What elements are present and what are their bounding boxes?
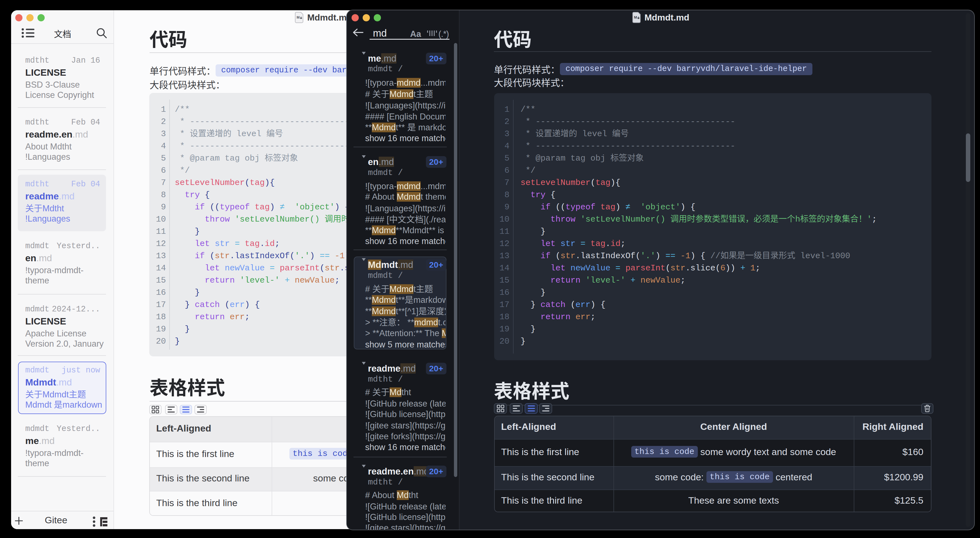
- svg-text:M: M: [634, 15, 637, 19]
- svg-text:M: M: [297, 15, 300, 19]
